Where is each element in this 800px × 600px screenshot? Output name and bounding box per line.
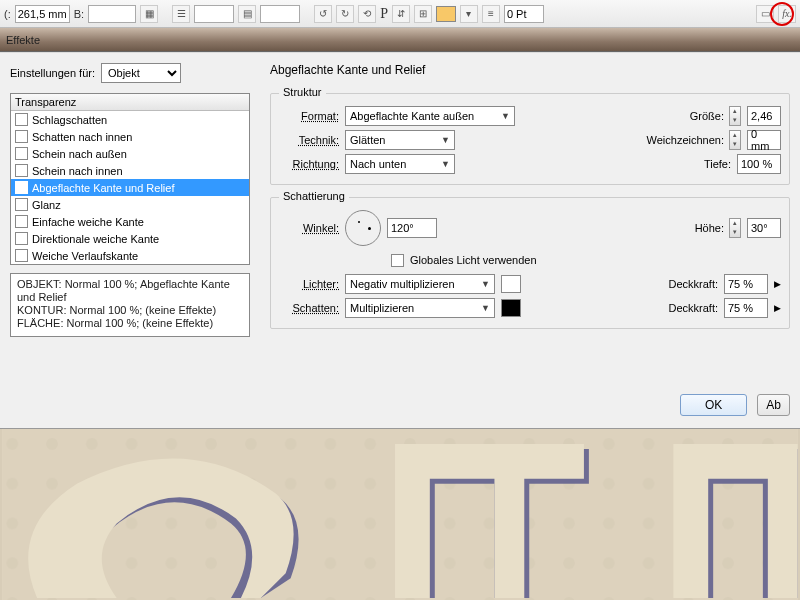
preview-icon[interactable]: ▭ (756, 5, 774, 23)
toolbar-input[interactable] (260, 5, 300, 23)
list-item[interactable]: Einfache weiche Kante (11, 213, 249, 230)
pt-input[interactable] (504, 5, 544, 23)
summary-box: OBJEKT: Normal 100 %; Abgeflachte Kante … (10, 273, 250, 337)
settings-label: Einstellungen für: (10, 67, 95, 79)
flip-icon[interactable]: ⇵ (392, 5, 410, 23)
fx-button[interactable]: fx. (778, 5, 796, 23)
checkbox-icon[interactable] (15, 215, 28, 228)
list-item[interactable]: Schein nach außen (11, 145, 249, 162)
chevron-down-icon: ▼ (481, 303, 490, 313)
format-select[interactable]: Abgeflachte Kante außen▼ (345, 106, 515, 126)
checkbox-icon[interactable] (15, 147, 28, 160)
chevron-down-icon: ▼ (441, 159, 450, 169)
angle-dial[interactable] (345, 210, 381, 246)
toolbar-input[interactable] (194, 5, 234, 23)
checkbox-icon[interactable] (15, 164, 28, 177)
checkbox-icon[interactable] (391, 254, 404, 267)
panel-title: Effekte (6, 34, 40, 46)
list-item[interactable]: Schlagschatten (11, 111, 249, 128)
group-title: Struktur (279, 86, 326, 98)
highlight-color[interactable] (501, 275, 521, 293)
distribute-icon[interactable]: ⊞ (414, 5, 432, 23)
b-label: B: (74, 8, 84, 20)
technik-select[interactable]: Glätten▼ (345, 130, 455, 150)
b-input[interactable] (88, 5, 136, 23)
spinner[interactable]: ▴▾ (729, 106, 741, 126)
section-title: Abgeflachte Kante und Relief (270, 63, 425, 77)
ok-button[interactable]: OK (680, 394, 747, 416)
chevron-right-icon[interactable]: ▶ (774, 303, 781, 313)
top-toolbar: (: B: ▦ ☰ ▤ ↺ ↻ ⟲ P ⇵ ⊞ ▾ ≡ ▭ fx. (0, 0, 800, 28)
spinner[interactable]: ▴▾ (729, 218, 741, 238)
struktur-group: Struktur Format: Abgeflachte Kante außen… (270, 93, 790, 185)
toolbar-icon[interactable]: ▦ (140, 5, 158, 23)
checkbox-icon[interactable] (15, 198, 28, 211)
checkbox-icon[interactable] (15, 232, 28, 245)
opacity-input[interactable]: 75 % (724, 274, 768, 294)
shadow-mode-select[interactable]: Multiplizieren▼ (345, 298, 495, 318)
toolbar-icon[interactable]: ▤ (238, 5, 256, 23)
richtung-select[interactable]: Nach unten▼ (345, 154, 455, 174)
spinner[interactable]: ▴▾ (729, 130, 741, 150)
effects-list: Transparenz Schlagschatten Schatten nach… (10, 93, 250, 265)
schattierung-group: Schattierung Winkel: 120° Höhe: ▴▾ 30° G… (270, 197, 790, 329)
list-item[interactable]: Schein nach innen (11, 162, 249, 179)
x-input[interactable] (15, 5, 70, 23)
list-item[interactable]: Glanz (11, 196, 249, 213)
size-input[interactable]: 2,46 (747, 106, 781, 126)
document-preview (0, 428, 800, 600)
soften-input[interactable]: 0 mm (747, 130, 781, 150)
height-input[interactable]: 30° (747, 218, 781, 238)
chevron-down-icon: ▼ (481, 279, 490, 289)
effects-dialog: Einstellungen für: Objekt Abgeflachte Ka… (0, 52, 800, 428)
depth-input[interactable]: 100 % (737, 154, 781, 174)
p-label: P (380, 6, 388, 22)
rotate-ccw-icon[interactable]: ↺ (314, 5, 332, 23)
list-item[interactable]: Weiche Verlaufskante (11, 247, 249, 264)
color-swatch[interactable] (436, 6, 456, 22)
list-header[interactable]: Transparenz (11, 94, 249, 111)
list-item[interactable]: Schatten nach innen (11, 128, 249, 145)
list-item-selected[interactable]: ✓Abgeflachte Kante und Relief (11, 179, 249, 196)
opacity-input[interactable]: 75 % (724, 298, 768, 318)
chevron-down-icon: ▼ (441, 135, 450, 145)
rotate-icon[interactable]: ⟲ (358, 5, 376, 23)
global-light-label: Globales Licht verwenden (410, 254, 537, 266)
x-label: (: (4, 8, 11, 20)
checkbox-icon[interactable] (15, 113, 28, 126)
rotate-cw-icon[interactable]: ↻ (336, 5, 354, 23)
stroke-icon[interactable]: ≡ (482, 5, 500, 23)
toolbar-icon[interactable]: ☰ (172, 5, 190, 23)
chevron-down-icon: ▼ (501, 111, 510, 121)
checkbox-icon[interactable] (15, 249, 28, 262)
highlight-mode-select[interactable]: Negativ multiplizieren▼ (345, 274, 495, 294)
panel-title-bar: Effekte (0, 28, 800, 52)
shadow-color[interactable] (501, 299, 521, 317)
angle-input[interactable]: 120° (387, 218, 437, 238)
checkbox-icon[interactable]: ✓ (15, 181, 28, 194)
dropdown-icon[interactable]: ▾ (460, 5, 478, 23)
chevron-right-icon[interactable]: ▶ (774, 279, 781, 289)
cancel-button[interactable]: Ab (757, 394, 790, 416)
checkbox-icon[interactable] (15, 130, 28, 143)
settings-select[interactable]: Objekt (101, 63, 181, 83)
group-title: Schattierung (279, 190, 349, 202)
list-item[interactable]: Direktionale weiche Kante (11, 230, 249, 247)
